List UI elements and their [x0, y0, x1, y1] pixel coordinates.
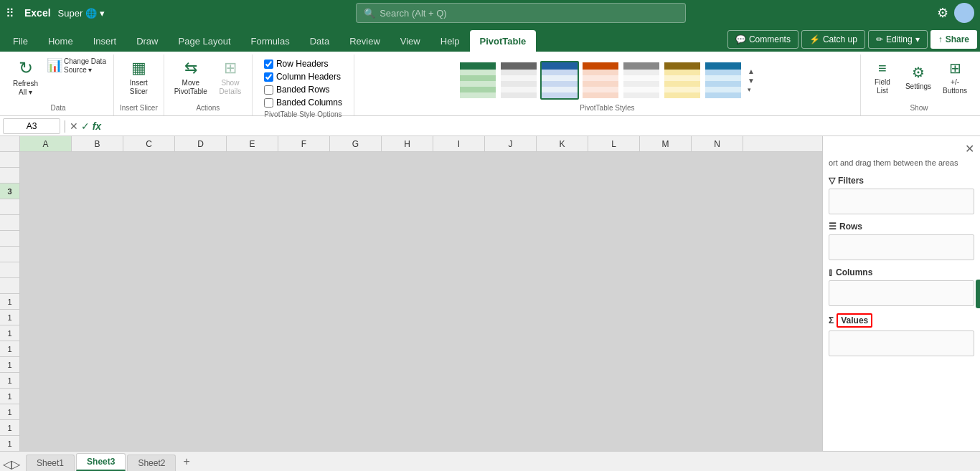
- values-label: Values: [837, 313, 872, 328]
- tab-home[interactable]: Home: [38, 30, 83, 52]
- svg-rect-23: [583, 92, 620, 100]
- show-details-button[interactable]: ⊞ ShowDetails: [215, 56, 246, 99]
- formula-input[interactable]: [104, 121, 977, 131]
- settings-button[interactable]: ⚙ Settings: [901, 56, 936, 99]
- tab-file[interactable]: File: [3, 30, 38, 52]
- pivot-style-3[interactable]: [540, 61, 579, 100]
- svg-rect-37: [705, 70, 743, 75]
- svg-rect-40: [705, 87, 743, 92]
- avatar[interactable]: [954, 3, 974, 23]
- sheet-tab-sheet1[interactable]: Sheet1: [26, 455, 75, 471]
- pivot-filters-section: ▽ Filters: [829, 176, 974, 214]
- col-header-g: G: [330, 136, 382, 151]
- pivot-style-6[interactable]: [663, 61, 702, 100]
- tab-draw[interactable]: Draw: [126, 30, 168, 52]
- name-box[interactable]: [3, 118, 60, 134]
- change-data-source-button[interactable]: 📊 Change DataSource ▾: [45, 56, 108, 85]
- svg-rect-32: [664, 75, 702, 81]
- row-num-3: 3: [0, 184, 19, 199]
- spreadsheet-left: A B C D E F G H I J K L M N 3: [0, 136, 822, 451]
- catch-up-button[interactable]: ⚡ Catch up: [801, 30, 865, 49]
- tab-data[interactable]: Data: [300, 30, 339, 52]
- search-box[interactable]: 🔍 Search (Alt + Q): [356, 3, 686, 23]
- move-icon: ⇆: [184, 59, 197, 77]
- style-options-label: PivotTable Style Options: [258, 110, 348, 120]
- slicer-group-label: Insert Slicer: [120, 104, 158, 114]
- svg-rect-2: [460, 75, 497, 81]
- add-sheet-button[interactable]: +: [177, 452, 195, 471]
- plus-minus-icon: ⊞: [949, 60, 961, 77]
- pivot-style-2[interactable]: [499, 61, 538, 100]
- styles-dropdown[interactable]: ▲ ▼ ▾: [746, 66, 756, 95]
- editing-button[interactable]: ✏ Editing ▾: [868, 30, 928, 49]
- row-headers-checkbox[interactable]: Row Headers: [264, 59, 342, 69]
- refresh-all-button[interactable]: ↻ RefreshAll ▾: [9, 56, 42, 99]
- nav-right-icon[interactable]: ▷: [11, 457, 20, 471]
- datasource-icon: 📊: [47, 57, 62, 73]
- function-icon[interactable]: fx: [93, 120, 101, 132]
- column-headers: A B C D E F G H I J K L M N: [0, 136, 822, 152]
- row-num-14: 1: [0, 357, 19, 373]
- chevron-down-icon: ▾: [915, 34, 920, 44]
- filters-drop-zone[interactable]: [829, 189, 974, 214]
- field-list-button[interactable]: ≡ FieldList: [867, 56, 898, 99]
- confirm-icon[interactable]: ✓: [81, 120, 90, 132]
- svg-rect-18: [583, 62, 620, 70]
- comments-button[interactable]: 💬 Comments: [727, 30, 798, 49]
- plus-minus-buttons[interactable]: ⊞ +/-Buttons: [938, 56, 971, 99]
- pivot-description: ort and drag them between the areas: [829, 158, 974, 167]
- svg-rect-36: [705, 62, 743, 70]
- row-numbers: 3 1 1 1 1 1 1 1 1 1 1: [0, 152, 20, 451]
- ribbon-group-actions: ⇆ MovePivotTable ⊞ ShowDetails Actions: [164, 54, 253, 115]
- nav-left-icon[interactable]: ◁: [3, 457, 11, 471]
- pivot-style-5[interactable]: [622, 61, 661, 100]
- tab-pivottable[interactable]: PivotTable: [470, 30, 537, 52]
- show-group-label: Show: [867, 104, 971, 114]
- gear-icon[interactable]: ⚙: [937, 5, 948, 21]
- settings-icon: ⚙: [912, 64, 925, 81]
- pivot-style-4[interactable]: [581, 61, 620, 100]
- formula-bar: | ✕ ✓ fx: [0, 116, 980, 136]
- pivot-close-button[interactable]: ✕: [829, 142, 974, 156]
- svg-rect-4: [460, 87, 497, 92]
- svg-rect-27: [623, 81, 661, 87]
- details-icon: ⊞: [224, 59, 237, 77]
- banded-columns-checkbox[interactable]: Banded Columns: [264, 97, 342, 108]
- col-header-c: C: [123, 136, 175, 151]
- tab-formulas[interactable]: Formulas: [241, 30, 300, 52]
- row-num-8: [0, 262, 19, 278]
- tab-page-layout[interactable]: Page Layout: [169, 30, 241, 52]
- pivot-style-1[interactable]: [458, 61, 497, 100]
- share-button[interactable]: ↑ Share: [930, 30, 977, 49]
- banded-rows-checkbox[interactable]: Banded Rows: [264, 85, 342, 95]
- svg-rect-31: [664, 70, 702, 75]
- actions-group-label: Actions: [170, 104, 246, 114]
- tab-view[interactable]: View: [390, 30, 430, 52]
- account-name[interactable]: Super 🌐 ▾: [58, 8, 105, 19]
- cells-area[interactable]: [20, 152, 822, 451]
- svg-rect-5: [460, 92, 497, 100]
- tab-help[interactable]: Help: [430, 30, 470, 52]
- sheet-tab-sheet2[interactable]: Sheet2: [127, 455, 176, 471]
- svg-rect-24: [623, 62, 661, 70]
- refresh-icon: ↻: [19, 58, 33, 78]
- values-drop-zone[interactable]: [829, 330, 974, 356]
- sheet-tab-sheet3[interactable]: Sheet3: [76, 453, 126, 471]
- row-num-9: [0, 278, 19, 294]
- tab-review[interactable]: Review: [339, 30, 390, 52]
- column-headers-checkbox[interactable]: Column Headers: [264, 72, 342, 82]
- ribbon-group-data-content: ↻ RefreshAll ▾ 📊 Change DataSource ▾: [9, 56, 108, 104]
- pivot-panel: ✕ ort and drag them between the areas ▽ …: [822, 136, 980, 451]
- waffle-icon[interactable]: ⠿: [6, 6, 14, 20]
- columns-drop-zone[interactable]: [829, 280, 974, 306]
- tab-insert[interactable]: Insert: [83, 30, 127, 52]
- svg-rect-12: [542, 62, 579, 70]
- ribbon-actions: 💬 Comments ⚡ Catch up ✏ Editing ▾ ↑ Shar…: [727, 30, 977, 52]
- row-num-header: [0, 136, 20, 151]
- insert-slicer-button[interactable]: ▦ InsertSlicer: [123, 56, 154, 99]
- pivot-style-7[interactable]: [704, 61, 743, 100]
- row-num-16: 1: [0, 389, 19, 404]
- rows-drop-zone[interactable]: [829, 234, 974, 260]
- move-pivottable-button[interactable]: ⇆ MovePivotTable: [170, 56, 212, 99]
- cancel-icon[interactable]: ✕: [70, 120, 78, 132]
